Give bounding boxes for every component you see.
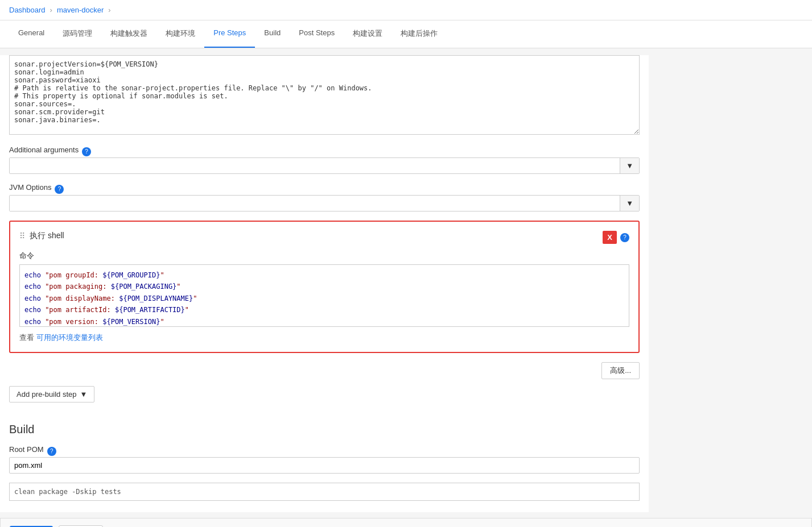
add-step-label: Add pre-build step: [17, 390, 77, 399]
add-pre-build-step-button[interactable]: Add pre-build step ▼: [9, 386, 94, 402]
delete-shell-button[interactable]: X: [603, 231, 617, 244]
main-content: sonar.projectVersion=${POM_VERSION} sona…: [0, 55, 649, 512]
tab-source[interactable]: 源码管理: [53, 20, 101, 48]
jvm-options-input[interactable]: [10, 196, 620, 211]
maven-cmd-box[interactable]: clean package -Dskip tests: [9, 483, 640, 501]
breadcrumb-sep1: ›: [50, 6, 52, 14]
tab-postbuild[interactable]: 构建后操作: [391, 20, 447, 48]
jvm-options-help-icon[interactable]: ?: [55, 185, 64, 194]
drag-handle-icon[interactable]: ⠿: [19, 231, 25, 240]
shell-title: 执行 shell: [30, 231, 64, 241]
additional-args-dropdown[interactable]: ▼: [620, 158, 639, 173]
dropdown-arrow-icon: ▼: [626, 161, 633, 170]
add-step-dropdown-icon: ▼: [80, 390, 88, 399]
sonar-config-row: sonar.projectVersion=${POM_VERSION} sona…: [9, 55, 640, 136]
root-pom-row: Root POM ?: [9, 445, 640, 474]
root-pom-label: Root POM: [9, 445, 44, 454]
additional-args-help-icon[interactable]: ?: [82, 147, 91, 156]
command-section: 命令 echo "pom groupId: ${POM_GROUPID}" ec…: [19, 251, 629, 327]
env-link-row: 查看 可用的环境变量列表: [19, 333, 629, 343]
root-pom-help-icon[interactable]: ?: [47, 447, 56, 456]
env-link-prefix: 查看: [19, 333, 36, 342]
tab-presteps[interactable]: Pre Steps: [204, 20, 255, 48]
action-bar: 保存 应用: [0, 518, 812, 527]
shell-title-row: ⠿ 执行 shell: [19, 231, 64, 241]
build-section: Build Root POM ? clean package -Dskip te…: [9, 423, 640, 501]
tab-navigation: General 源码管理 构建触发器 构建环境 Pre Steps Build …: [0, 20, 812, 48]
root-pom-input[interactable]: [9, 457, 640, 474]
shell-header-right: X ?: [603, 231, 629, 244]
additional-args-input-group: ▼: [9, 157, 640, 174]
breadcrumb-dashboard[interactable]: Dashboard: [9, 6, 46, 14]
breadcrumb-project[interactable]: maven-docker: [57, 6, 104, 14]
jvm-options-label: JVM Options: [9, 183, 51, 192]
build-section-title: Build: [9, 423, 640, 436]
additional-args-label: Additional arguments: [9, 146, 79, 154]
tab-poststeps[interactable]: Post Steps: [290, 20, 344, 48]
jvm-options-dropdown[interactable]: ▼: [620, 196, 639, 211]
shell-block: ⠿ 执行 shell X ? 命令 echo "pom groupId: ${P…: [9, 221, 640, 353]
command-textarea[interactable]: echo "pom groupId: ${POM_GROUPID}" echo …: [19, 264, 629, 327]
jvm-dropdown-arrow-icon: ▼: [626, 199, 633, 208]
maven-cmd-text: clean package -Dskip tests: [14, 488, 121, 496]
tab-build[interactable]: Build: [255, 20, 290, 48]
tab-settings[interactable]: 构建设置: [344, 20, 391, 48]
shell-block-header: ⠿ 执行 shell X ?: [19, 231, 629, 244]
jvm-options-row: JVM Options ? ▼: [9, 183, 640, 211]
advanced-button[interactable]: 高级...: [601, 362, 640, 379]
additional-args-input[interactable]: [10, 158, 620, 173]
shell-help-icon[interactable]: ?: [620, 233, 629, 242]
breadcrumb-sep2: ›: [108, 6, 110, 14]
tab-env[interactable]: 构建环境: [156, 20, 204, 48]
tab-general[interactable]: General: [9, 20, 53, 48]
jvm-options-input-group: ▼: [9, 195, 640, 211]
command-label: 命令: [19, 251, 629, 261]
breadcrumb-bar: Dashboard › maven-docker ›: [0, 0, 812, 20]
additional-args-row: Additional arguments ? ▼: [9, 146, 640, 174]
sonar-config-textarea[interactable]: sonar.projectVersion=${POM_VERSION} sona…: [9, 55, 640, 135]
tab-trigger[interactable]: 构建触发器: [101, 20, 156, 48]
advanced-row: 高级...: [9, 362, 640, 379]
env-variables-link[interactable]: 可用的环境变量列表: [36, 333, 103, 342]
